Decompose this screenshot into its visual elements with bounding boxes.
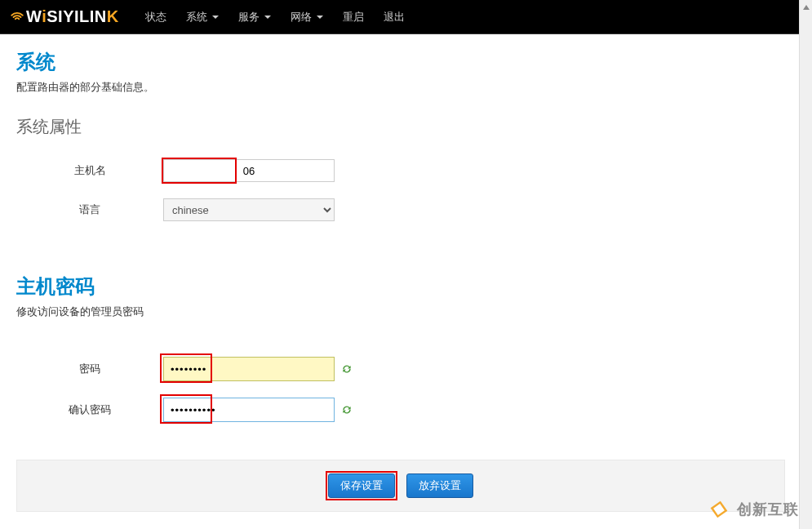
nav-items: 状态 系统 服务 网络 重启 退出	[135, 2, 415, 33]
language-label: 语言	[16, 202, 163, 217]
brand-text: WiSIYILINK	[26, 7, 119, 26]
password-label: 密码	[16, 362, 163, 376]
watermark-text: 创新互联	[737, 500, 799, 519]
password-title: 主机密码	[16, 273, 783, 300]
watermark: 创新互联	[708, 498, 799, 521]
system-desc: 配置路由器的部分基础信息。	[16, 80, 783, 95]
hostname-label: 主机名	[16, 163, 163, 178]
discard-button[interactable]: 放弃设置	[406, 473, 473, 498]
wifi-icon	[10, 10, 24, 24]
watermark-icon	[708, 498, 730, 521]
top-navbar: WiSIYILINK 状态 系统 服务 网络 重启 退出	[0, 0, 812, 34]
hostname-input[interactable]	[163, 159, 335, 182]
confirm-password-input[interactable]	[163, 398, 335, 422]
nav-network[interactable]: 网络	[281, 2, 333, 33]
footer-bar: 保存设置 放弃设置	[16, 460, 785, 512]
refresh-icon[interactable]	[341, 363, 353, 375]
save-button[interactable]: 保存设置	[328, 473, 395, 498]
language-select[interactable]: chinese	[163, 198, 335, 221]
refresh-icon[interactable]	[341, 404, 353, 416]
password-input[interactable]	[163, 357, 335, 381]
nav-logout[interactable]: 退出	[374, 2, 415, 33]
password-desc: 修改访问设备的管理员密码	[16, 305, 783, 319]
confirm-password-row: 确认密码	[16, 398, 783, 422]
password-row: 密码	[16, 357, 783, 381]
scroll-up-icon[interactable]	[800, 0, 812, 15]
main-content: 系统 配置路由器的部分基础信息。 系统属性 主机名 语言 chinese 主机密…	[0, 34, 783, 512]
caret-icon	[264, 16, 271, 19]
system-props-heading: 系统属性	[16, 116, 783, 138]
system-title: 系统	[16, 49, 783, 75]
confirm-password-label: 确认密码	[16, 402, 163, 417]
caret-icon	[212, 16, 219, 19]
scrollbar[interactable]	[799, 0, 812, 529]
nav-reboot[interactable]: 重启	[333, 2, 374, 33]
nav-status[interactable]: 状态	[135, 2, 176, 33]
hostname-row: 主机名	[16, 159, 783, 182]
language-row: 语言 chinese	[16, 198, 783, 221]
nav-services[interactable]: 服务	[229, 2, 281, 33]
brand-logo: WiSIYILINK	[10, 7, 119, 26]
caret-icon	[317, 16, 323, 19]
nav-system[interactable]: 系统	[176, 2, 229, 33]
